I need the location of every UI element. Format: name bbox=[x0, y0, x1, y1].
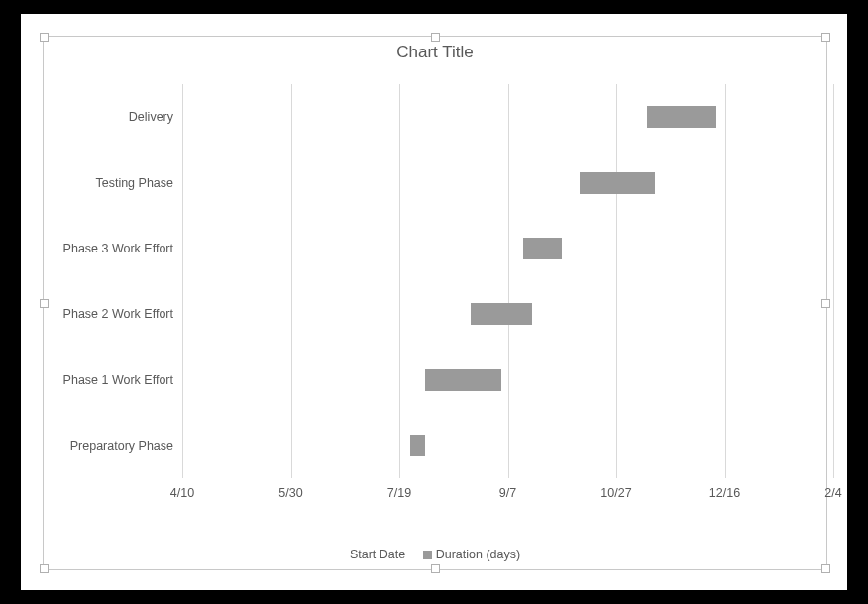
resize-handle-icon[interactable] bbox=[821, 33, 830, 42]
legend-entry-start-date: Start Date bbox=[350, 548, 405, 561]
y-tick-label: Phase 2 Work Effort bbox=[63, 307, 173, 321]
x-tick-label: 10/27 bbox=[600, 486, 631, 500]
gantt-bar[interactable] bbox=[647, 106, 716, 128]
app-stage: Chart Title 4/105/307/199/710/2712/162/4… bbox=[0, 0, 868, 604]
gantt-bar[interactable] bbox=[425, 369, 501, 391]
resize-handle-icon[interactable] bbox=[40, 299, 49, 308]
gantt-bar[interactable] bbox=[410, 435, 425, 456]
chart-canvas: Chart Title 4/105/307/199/710/2712/162/4… bbox=[21, 14, 847, 590]
gridline bbox=[725, 84, 726, 478]
x-tick-label: 5/30 bbox=[278, 486, 302, 500]
x-tick-label: 2/4 bbox=[824, 486, 841, 500]
resize-handle-icon[interactable] bbox=[40, 564, 49, 573]
gridline bbox=[508, 84, 509, 478]
y-tick-label: Phase 1 Work Effort bbox=[63, 373, 173, 387]
chart-selection-frame[interactable]: Chart Title 4/105/307/199/710/2712/162/4… bbox=[43, 36, 827, 570]
y-tick-label: Testing Phase bbox=[95, 176, 173, 190]
resize-handle-icon[interactable] bbox=[821, 564, 830, 573]
legend-swatch-icon bbox=[423, 551, 432, 559]
x-tick-label: 4/10 bbox=[170, 486, 194, 500]
x-tick-label: 9/7 bbox=[499, 486, 516, 500]
gridline bbox=[616, 84, 617, 478]
resize-handle-icon[interactable] bbox=[431, 33, 440, 42]
y-tick-label: Preparatory Phase bbox=[70, 439, 173, 453]
gridline bbox=[399, 84, 400, 478]
gantt-bar[interactable] bbox=[471, 303, 531, 325]
x-tick-label: 12/16 bbox=[709, 486, 740, 500]
chart-title[interactable]: Chart Title bbox=[44, 43, 826, 62]
legend-entry-duration: Duration (days) bbox=[436, 548, 520, 561]
y-tick-label: Phase 3 Work Effort bbox=[63, 242, 173, 255]
gantt-bar[interactable] bbox=[523, 238, 562, 259]
plot-area[interactable]: 4/105/307/199/710/2712/162/4Preparatory … bbox=[182, 84, 833, 478]
chart-legend[interactable]: Start Date Duration (days) bbox=[44, 548, 826, 561]
gridline bbox=[833, 84, 834, 478]
gridline bbox=[291, 84, 292, 478]
gridline bbox=[182, 84, 183, 478]
gantt-bar[interactable] bbox=[580, 172, 656, 194]
resize-handle-icon[interactable] bbox=[40, 33, 49, 42]
resize-handle-icon[interactable] bbox=[431, 564, 440, 573]
x-tick-label: 7/19 bbox=[387, 486, 411, 500]
y-tick-label: Delivery bbox=[129, 110, 173, 124]
